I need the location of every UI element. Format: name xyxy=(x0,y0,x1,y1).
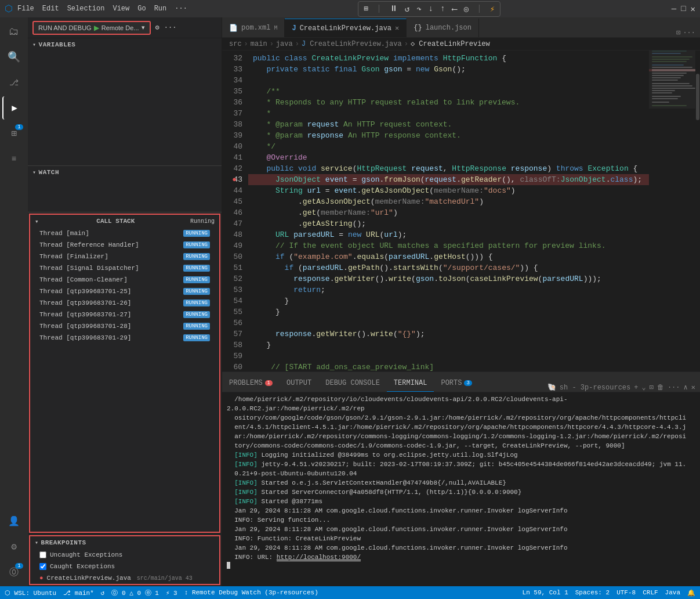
tab-launch[interactable]: {} launch.json xyxy=(407,19,479,37)
caught-checkbox[interactable] xyxy=(39,563,46,570)
callstack-thread-cleaner[interactable]: Thread [Common-Cleaner] RUNNING xyxy=(30,274,219,286)
activity-remote[interactable]: ≡ xyxy=(2,147,26,171)
callstack-thread-26[interactable]: Thread [qtp399683701-26] RUNNING xyxy=(30,297,219,309)
menu-edit[interactable]: Edit xyxy=(42,5,59,13)
status-eol[interactable]: CRLF xyxy=(643,589,658,596)
breadcrumb-java[interactable]: java xyxy=(276,40,293,48)
close-panel-icon[interactable]: ✕ xyxy=(691,383,695,392)
code-line-45: .getAsJsonObject(memberName:"matchedUrl"… xyxy=(248,196,649,207)
debug-lightning-icon[interactable]: ⚡ xyxy=(488,3,496,15)
callstack-thread-main[interactable]: Thread [main] RUNNING xyxy=(30,228,219,239)
status-wsl[interactable]: ⬡ WSL: Ubuntu xyxy=(5,589,56,597)
tab-pom[interactable]: 📄 pom.xml M xyxy=(222,19,285,37)
activity-extensions[interactable]: ⊞ 1 xyxy=(2,122,26,145)
breakpoints-header[interactable]: ▾ BREAKPOINTS xyxy=(30,536,219,549)
uncaught-exceptions[interactable]: Uncaught Exceptions xyxy=(30,549,219,561)
breadcrumb-main[interactable]: main xyxy=(251,40,267,48)
callstack-thread-finalizer[interactable]: Thread [Finalizer] RUNNING xyxy=(30,251,219,262)
status-sync[interactable]: ↺ xyxy=(101,589,105,597)
terminal-shell-icon: 🐚 xyxy=(547,383,556,392)
callstack-thread-27[interactable]: Thread [qtp399683701-27] RUNNING xyxy=(30,309,219,320)
callstack-thread-28[interactable]: Thread [qtp399683701-28] RUNNING xyxy=(30,320,219,332)
menu-file[interactable]: File xyxy=(17,5,34,13)
menu-go[interactable]: Go xyxy=(137,5,146,13)
menu-run[interactable]: Run xyxy=(154,5,167,13)
activity-source-control[interactable]: ⎇ xyxy=(2,71,26,94)
trash-icon[interactable]: 🗑 xyxy=(657,383,664,392)
activity-account[interactable]: 👤 xyxy=(2,510,26,533)
minimize-button[interactable]: — xyxy=(672,4,676,14)
scrollbar-vertical[interactable] xyxy=(695,50,700,371)
terminal-dots-icon[interactable]: ··· xyxy=(668,384,680,392)
caught-exceptions[interactable]: Caught Exceptions xyxy=(30,561,219,572)
tab-output[interactable]: OUTPUT xyxy=(280,374,318,392)
debug-step-over-icon[interactable]: ↷ xyxy=(415,3,423,15)
watch-header[interactable]: ▾ WATCH xyxy=(28,166,222,179)
split-editor-icon[interactable]: ⊡ xyxy=(676,28,680,37)
debug-step-into-icon[interactable]: ↓ xyxy=(427,3,435,15)
java-close-icon[interactable]: ✕ xyxy=(395,24,399,33)
status-remote[interactable]: ↕ Remote Debug Watch (3p-resources) xyxy=(184,589,318,596)
debug-connect-icon[interactable]: ◎ xyxy=(462,3,470,15)
maximize-button[interactable]: □ xyxy=(681,4,686,14)
debug-back-icon[interactable]: ⟵ xyxy=(450,3,458,15)
menu-more[interactable]: ··· xyxy=(175,5,187,13)
tab-debug-console[interactable]: DEBUG CONSOLE xyxy=(318,374,387,392)
status-language[interactable]: Java xyxy=(665,589,680,596)
ln-47: 47 xyxy=(222,218,242,229)
status-spaces[interactable]: Spaces: 2 xyxy=(575,589,610,596)
menu-view[interactable]: View xyxy=(113,5,129,13)
tab-ports[interactable]: PORTS 3 xyxy=(434,374,478,392)
status-encoding[interactable]: UTF-8 xyxy=(616,589,636,596)
ln-42: 42 xyxy=(222,163,242,174)
split-terminal-icon[interactable]: ⊡ xyxy=(650,383,654,392)
debug-pause-icon[interactable]: ⏸ xyxy=(388,3,400,15)
ports-badge: 3 xyxy=(464,380,471,386)
more-tabs-icon[interactable]: ··· xyxy=(683,29,695,37)
breakpoint-file[interactable]: ● CreateLinkPreview.java src/main/java 4… xyxy=(30,572,219,584)
activity-search[interactable]: 🔍 xyxy=(2,45,26,68)
collapse-icon[interactable]: ∧ xyxy=(684,383,688,392)
status-branch[interactable]: ⎇ main* xyxy=(63,589,94,597)
status-position[interactable]: Ln 59, Col 1 xyxy=(523,589,568,596)
breadcrumb-src[interactable]: src xyxy=(229,40,242,48)
launch-label: launch.json xyxy=(426,24,471,32)
terminal-label: TERMINAL xyxy=(394,379,427,387)
uncaught-checkbox[interactable] xyxy=(39,551,46,558)
variables-header[interactable]: ▾ VARIABLES xyxy=(28,38,222,51)
code-editor: 32 33 34 35 36 37 38 39 40 41 42 43 44 4… xyxy=(222,50,700,371)
callstack-thread-25[interactable]: Thread [qtp399683701-25] RUNNING xyxy=(30,286,219,297)
tab-terminal[interactable]: TERMINAL xyxy=(387,374,434,392)
menu-selection[interactable]: Selection xyxy=(67,5,105,13)
callstack-thread-reference[interactable]: Thread [Reference Handler] RUNNING xyxy=(30,239,219,251)
breadcrumb-class[interactable]: ◇ CreateLinkPreview xyxy=(411,39,490,48)
new-terminal-icon[interactable]: + xyxy=(634,384,638,392)
debug-restart-icon[interactable]: ↺ xyxy=(403,3,411,15)
debug-step-out-icon[interactable]: ↑ xyxy=(438,3,447,15)
callstack-thread-29[interactable]: Thread [qtp399683701-29] RUNNING xyxy=(30,332,219,344)
ln-39: 39 xyxy=(222,130,242,141)
tab-problems[interactable]: PROBLEMS 1 xyxy=(222,374,280,392)
status-errors-warnings[interactable]: ⓪ 0 △ 0 ⓔ 1 xyxy=(111,589,158,597)
debug-grid-icon[interactable]: ⊞ xyxy=(362,3,370,15)
account-icon: 👤 xyxy=(8,515,20,527)
callstack-header[interactable]: ▾ CALL STACK Running xyxy=(30,215,219,228)
terminal-content[interactable]: /home/pierrick/.m2/repository/io/cloudev… xyxy=(222,392,700,586)
tab-java[interactable]: J CreateLinkPreview.java ✕ xyxy=(285,19,407,37)
status-lightning[interactable]: ⚡ 3 xyxy=(166,589,177,597)
code-content[interactable]: public class CreateLinkPreview implement… xyxy=(248,50,649,371)
breadcrumb-file[interactable]: J CreateLinkPreview.java xyxy=(302,40,402,48)
activity-settings[interactable]: ⚙ xyxy=(2,535,26,558)
callstack-thread-signal[interactable]: Thread [Signal Dispatcher] RUNNING xyxy=(30,262,219,274)
ln-58: 58 xyxy=(222,340,242,351)
status-notifications[interactable]: 🔔 xyxy=(687,589,695,597)
settings-gear-icon[interactable]: ⚙ xyxy=(155,23,159,32)
activity-explorer[interactable]: 🗂 xyxy=(2,20,26,43)
terminal-more-icon[interactable]: ⌄ xyxy=(641,383,645,392)
more-actions-icon[interactable]: ··· xyxy=(164,24,177,32)
activity-errors[interactable]: ⓪ 1 xyxy=(2,561,26,584)
activity-debug[interactable]: ▶ xyxy=(2,96,26,120)
scrollbar-thumb[interactable] xyxy=(696,74,699,120)
close-button[interactable]: ✕ xyxy=(691,4,695,14)
run-debug-button[interactable]: RUN AND DEBUG ▶ Remote De... ▾ xyxy=(32,21,151,35)
